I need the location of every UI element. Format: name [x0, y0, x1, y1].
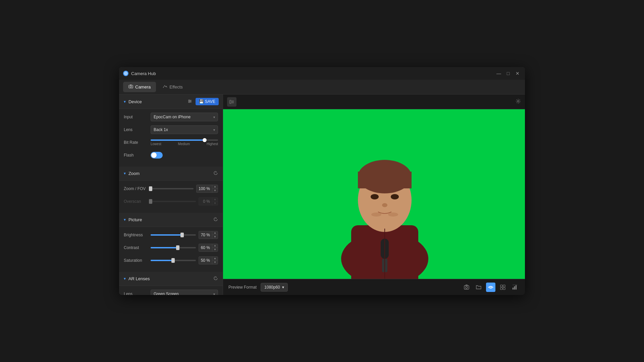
lens-dropdown-wrap: Back 1x ▾	[151, 125, 218, 134]
device-arrow-icon: ▼	[123, 100, 126, 104]
saturation-decrement-button[interactable]: ▼	[212, 260, 218, 264]
saturation-label: Saturation	[124, 258, 151, 263]
brightness-increment-button[interactable]: ▲	[212, 231, 218, 235]
saturation-slider-thumb[interactable]	[171, 258, 175, 263]
ar-lenses-section-body: Lens Green Screen ▾	[119, 286, 223, 295]
bitrate-slider-track[interactable]	[151, 139, 218, 141]
preview-format-arrow-icon: ▾	[282, 285, 284, 290]
zoom-decrement-button[interactable]: ▼	[212, 189, 218, 192]
effects-tab-icon	[163, 84, 167, 90]
tab-effects[interactable]: Effects	[157, 82, 188, 92]
bitrate-label: Bit Rate	[124, 140, 151, 145]
zoom-slider-thumb[interactable]	[149, 186, 152, 191]
ar-lens-dropdown[interactable]: Green Screen ▾	[151, 290, 218, 295]
window-title: Camera Hub	[131, 71, 495, 76]
contrast-decrement-button[interactable]: ▼	[212, 248, 218, 251]
svg-rect-31	[464, 286, 469, 289]
device-settings-icon[interactable]	[187, 98, 193, 105]
bottom-tools	[462, 283, 520, 292]
brightness-slider-thumb[interactable]	[180, 233, 184, 237]
bitrate-field-row: Bit Rate Lowest Medium Highest	[124, 138, 218, 147]
preview-settings-button[interactable]	[516, 99, 521, 105]
zoom-spinner-buttons: ▲ ▼	[212, 185, 218, 192]
input-dropdown[interactable]: EpocCam on iPhone ▾	[151, 113, 218, 121]
grid-view-button[interactable]	[498, 283, 507, 292]
overscan-slider-thumb[interactable]	[149, 199, 152, 204]
bitrate-slider-thumb[interactable]	[203, 138, 207, 142]
svg-point-9	[189, 100, 190, 101]
saturation-increment-button[interactable]: ▲	[212, 257, 218, 260]
bitrate-slider-wrap: Lowest Medium Highest	[151, 139, 218, 146]
picture-reset-icon[interactable]	[213, 216, 219, 223]
svg-point-5	[163, 87, 164, 88]
brightness-decrement-button[interactable]: ▼	[212, 235, 218, 239]
overscan-decrement-button[interactable]: ▼	[212, 201, 218, 205]
ar-lenses-section-header[interactable]: ▼ AR Lenses	[119, 272, 223, 286]
preview-format-dropdown[interactable]: 1080p60 ▾	[261, 283, 288, 292]
lens-dropdown-arrow-icon: ▾	[213, 128, 215, 132]
preview-toolbar-bottom: Preview Format 1080p60 ▾	[223, 279, 525, 295]
brightness-field-row: Brightness 70 % ▲ ▼	[124, 230, 218, 240]
svg-point-23	[371, 194, 379, 199]
zoom-section-title: Zoom	[128, 171, 213, 176]
bitrate-lowest-label: Lowest	[151, 142, 161, 146]
zoom-arrow-icon: ▼	[123, 172, 126, 175]
svg-point-24	[391, 194, 399, 199]
contrast-slider-thumb[interactable]	[176, 245, 179, 250]
picture-section-body: Brightness 70 % ▲ ▼	[119, 227, 223, 272]
preview-area: Preview Format 1080p60 ▾	[223, 95, 525, 295]
save-button[interactable]: 💾 SAVE	[196, 98, 219, 105]
maximize-button[interactable]: □	[505, 70, 512, 77]
contrast-slider-track[interactable]	[151, 247, 196, 248]
zoom-section-actions	[213, 170, 219, 177]
picture-section-title: Picture	[128, 217, 213, 222]
saturation-value: 50 %	[199, 257, 212, 264]
zoom-section-body: Zoom / FOV 100 % ▲ ▼	[119, 181, 223, 213]
eye-view-button[interactable]	[486, 283, 495, 292]
picture-section-header[interactable]: ▼ Picture	[119, 213, 223, 227]
zoom-section-header[interactable]: ▼ Zoom	[119, 167, 223, 181]
screenshot-button[interactable]	[462, 283, 471, 292]
input-label: Input	[124, 115, 151, 119]
svg-rect-36	[500, 288, 502, 290]
window-controls: — □ ✕	[495, 70, 521, 77]
saturation-value-spinner: 50 % ▲ ▼	[199, 256, 218, 264]
flash-toggle[interactable]	[151, 152, 163, 159]
contrast-increment-button[interactable]: ▲	[212, 244, 218, 248]
overscan-slider-track[interactable]	[151, 201, 196, 202]
overscan-slider-wrap: 0 % ▲ ▼	[151, 197, 218, 205]
svg-point-10	[190, 101, 191, 102]
close-button[interactable]: ✕	[514, 70, 521, 77]
overscan-label: Overscan	[124, 199, 151, 204]
contrast-slider-fill	[151, 247, 178, 248]
tab-camera[interactable]: Camera	[123, 82, 156, 92]
minimize-button[interactable]: —	[495, 70, 502, 77]
overscan-field-row: Overscan 0 % ▲ ▼	[124, 197, 218, 206]
lens-dropdown[interactable]: Back 1x ▾	[151, 125, 218, 134]
saturation-spinner-buttons: ▲ ▼	[212, 257, 218, 264]
saturation-slider-track[interactable]	[151, 260, 196, 261]
svg-rect-4	[130, 85, 131, 85]
camera-tab-label: Camera	[135, 84, 151, 89]
ar-lens-dropdown-value: Green Screen	[154, 292, 179, 295]
svg-rect-34	[500, 285, 502, 287]
waveform-button[interactable]	[510, 283, 520, 292]
zoom-slider-track[interactable]	[151, 188, 194, 189]
sidebar-toggle-button[interactable]	[227, 97, 236, 107]
zoom-increment-button[interactable]: ▲	[212, 185, 218, 189]
zoom-reset-icon[interactable]	[213, 170, 219, 177]
brightness-slider-track[interactable]	[151, 234, 196, 236]
app-icon	[123, 71, 128, 76]
overscan-increment-button[interactable]: ▲	[212, 198, 218, 201]
flash-toggle-knob	[151, 153, 157, 158]
folder-button[interactable]	[474, 283, 483, 292]
device-section-header[interactable]: ▼ Device 💾 SAVE	[119, 95, 223, 109]
device-section-actions: 💾 SAVE	[187, 98, 219, 105]
brightness-slider-wrap: 70 % ▲ ▼	[151, 231, 218, 239]
input-dropdown-arrow-icon: ▾	[213, 115, 215, 119]
lens-field-row: Lens Back 1x ▾	[124, 125, 218, 134]
ar-lenses-arrow-icon: ▼	[123, 277, 126, 281]
preview-format-value: 1080p60	[264, 285, 280, 290]
ar-lenses-reset-icon[interactable]	[213, 275, 219, 282]
brightness-slider-fill	[151, 234, 182, 236]
